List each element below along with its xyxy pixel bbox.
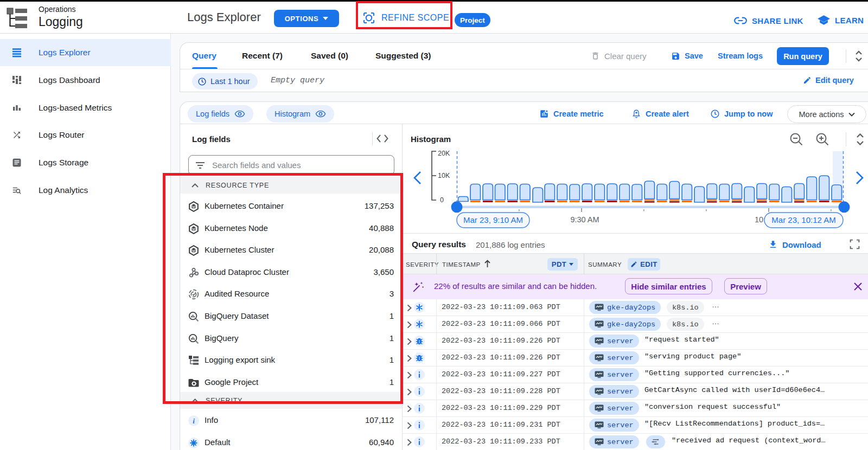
svg-text:9:30 AM: 9:30 AM	[570, 215, 599, 224]
svg-text:0: 0	[440, 196, 444, 204]
svg-text:10K: 10K	[438, 172, 450, 179]
svg-text:20K: 20K	[438, 150, 450, 157]
svg-text:Mar 23, 9:10 AM: Mar 23, 9:10 AM	[463, 215, 523, 224]
svg-text:i: i	[193, 417, 195, 425]
svg-text:Mar 23, 10:12 AM: Mar 23, 10:12 AM	[771, 215, 835, 224]
